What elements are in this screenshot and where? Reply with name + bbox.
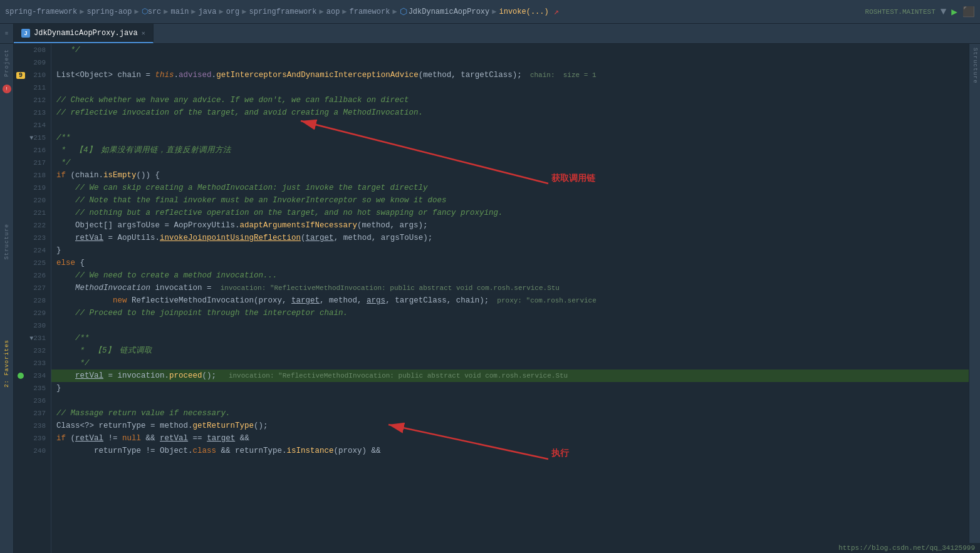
bc-sep-5: ▶ <box>219 7 223 16</box>
code-line-238: Class<?> returnType = method.getReturnTy… <box>51 420 969 432</box>
run-button[interactable]: ▶ <box>951 6 957 18</box>
bc-springframework[interactable]: springframework <box>249 8 316 16</box>
gutter-225: 225 <box>14 257 51 269</box>
code-line-212: // Check whether we have any advice. If … <box>51 94 969 106</box>
gutter-239: 239 <box>14 432 51 445</box>
line-208-content: */ <box>56 44 80 56</box>
gutter-222: 222 <box>14 219 51 232</box>
code-line-225: else { <box>51 257 969 269</box>
notification-badge: ! <box>3 85 11 93</box>
code-line-237: // Massage return value if necessary. <box>51 407 969 420</box>
code-line-217: */ <box>51 157 969 169</box>
bc-java[interactable]: java <box>199 8 217 16</box>
gutter-211: 211 <box>14 81 51 94</box>
code-line-227: MethodInvocation invocation = invocation… <box>51 282 969 294</box>
tab-jdk-dynamic[interactable]: J JdkDynamicAopProxy.java ✕ <box>14 24 154 43</box>
bc-spring-framework[interactable]: spring-framework <box>5 8 77 16</box>
code-line-234: retVal = invocation.proceed(); invocatio… <box>51 370 969 382</box>
bc-sep-6: ▶ <box>242 7 246 16</box>
code-line-219: // We can skip creating a MethodInvocati… <box>51 182 969 194</box>
run-dropdown-icon[interactable]: ▼ <box>941 6 947 18</box>
left-panel-strip: Project ! Structure 2: Favorites <box>0 44 14 553</box>
bc-sep-10: ▶ <box>492 7 496 16</box>
code-line-231: /** <box>51 332 969 344</box>
structure-tab[interactable]: Structure <box>4 224 10 260</box>
gutter-223: 223 <box>14 232 51 244</box>
gutter-215: ▼ 215 <box>14 132 51 144</box>
debug-button[interactable]: ⬛ <box>962 6 975 18</box>
run-config-label: ROSHTEST.MAINTEST <box>865 8 936 16</box>
gutter-217: 217 <box>14 157 51 169</box>
editor-container: Project ⚙ 208 209 9 210 211 212 213 214 … <box>0 44 980 553</box>
gutter-234: 234 <box>14 370 51 382</box>
bc-class-icon: ⬡ <box>400 6 407 17</box>
tab-close-button[interactable]: ✕ <box>142 29 145 37</box>
breakpoint-234[interactable] <box>18 373 24 379</box>
code-line-210: List<Object> chain = this.advised.getInt… <box>51 69 969 81</box>
bc-sep-2: ▶ <box>134 7 138 16</box>
bc-aop[interactable]: aop <box>326 8 340 16</box>
gutter-208: 208 <box>14 44 51 56</box>
bc-spring-aop[interactable]: spring-aop <box>86 8 132 16</box>
bc-org[interactable]: org <box>226 8 240 16</box>
code-line-209 <box>51 56 969 69</box>
breakpoint-210[interactable]: 9 <box>16 72 25 79</box>
gutter-214: 214 <box>14 119 51 132</box>
gutter-228: 228 <box>14 294 51 307</box>
gutter-236: 236 <box>14 395 51 407</box>
code-line-228: new ReflectiveMethodInvocation(proxy, ta… <box>51 294 969 307</box>
code-line-211 <box>51 81 969 94</box>
gutter-240: 240 <box>14 445 51 457</box>
code-line-215: /** <box>51 132 969 144</box>
favorites-tab[interactable]: 2: Favorites <box>4 339 10 388</box>
code-line-222: Object[] argsToUse = AopProxyUtils.adapt… <box>51 219 969 232</box>
project-tab[interactable]: Project <box>4 49 10 77</box>
code-line-229: // Proceed to the joinpoint through the … <box>51 307 969 319</box>
code-line-208: */ <box>51 44 969 56</box>
tab-bar: ≡ J JdkDynamicAopProxy.java ✕ <box>0 24 980 44</box>
line-gutter: 208 209 9 210 211 212 213 214 ▼ 215 216 … <box>14 44 51 553</box>
gutter-227: 227 <box>14 282 51 294</box>
gutter-213: 213 <box>14 106 51 119</box>
gutter-212: 212 <box>14 94 51 106</box>
code-line-220: // Note that the final invoker must be a… <box>51 194 969 207</box>
bc-main[interactable]: main <box>171 8 189 16</box>
status-bar: https://blog.csdn.net/qq_34125999 <box>833 543 980 553</box>
code-line-216: * 【4】 如果没有调用链，直接反射调用方法 <box>51 144 969 157</box>
bc-sep-3: ▶ <box>164 7 168 16</box>
code-line-230 <box>51 319 969 332</box>
code-line-235: } <box>51 382 969 395</box>
gutter-216: 216 <box>14 144 51 157</box>
side-panel-toggle[interactable]: ≡ <box>0 24 14 43</box>
gutter-235: 235 <box>14 382 51 395</box>
bc-class[interactable]: JdkDynamicAopProxy <box>409 8 490 16</box>
code-line-214 <box>51 119 969 132</box>
structure-label[interactable]: Structure <box>971 44 979 88</box>
bc-method[interactable]: invoke(...) <box>499 8 549 16</box>
gutter-238: 238 <box>14 420 51 432</box>
code-line-213: // reflective invocation of the target, … <box>51 106 969 119</box>
bc-framework[interactable]: framework <box>350 8 390 16</box>
gutter-219: 219 <box>14 182 51 194</box>
gutter-210: 9 210 <box>14 69 51 81</box>
gutter-226: 226 <box>14 269 51 282</box>
bc-sep-7: ▶ <box>320 7 324 16</box>
right-side-panel: Structure <box>969 44 980 553</box>
code-line-218: if (chain.isEmpty()) { <box>51 169 969 182</box>
bc-src[interactable]: src <box>148 8 162 16</box>
gutter-233: 233 <box>14 357 51 370</box>
bc-sep-8: ▶ <box>342 7 347 16</box>
run-area: ROSHTEST.MAINTEST ▼ ▶ ⬛ <box>865 6 975 18</box>
code-line-221: // nothing but a reflective operation on… <box>51 207 969 219</box>
gutter-237: 237 <box>14 407 51 420</box>
gutter-224: 224 <box>14 244 51 257</box>
code-line-223: retVal = AopUtils.invokeJoinpointUsingRe… <box>51 232 969 244</box>
gutter-209: 209 <box>14 56 51 69</box>
java-file-icon: J <box>21 29 30 38</box>
bc-sep-1: ▶ <box>80 7 84 16</box>
code-line-224: } <box>51 244 969 257</box>
bc-src-icon: ⬡ <box>142 7 148 16</box>
bc-sep-9: ▶ <box>392 7 397 16</box>
code-area: */ List<Object> chain = this.advised.get… <box>51 44 969 553</box>
gutter-232: 232 <box>14 344 51 357</box>
